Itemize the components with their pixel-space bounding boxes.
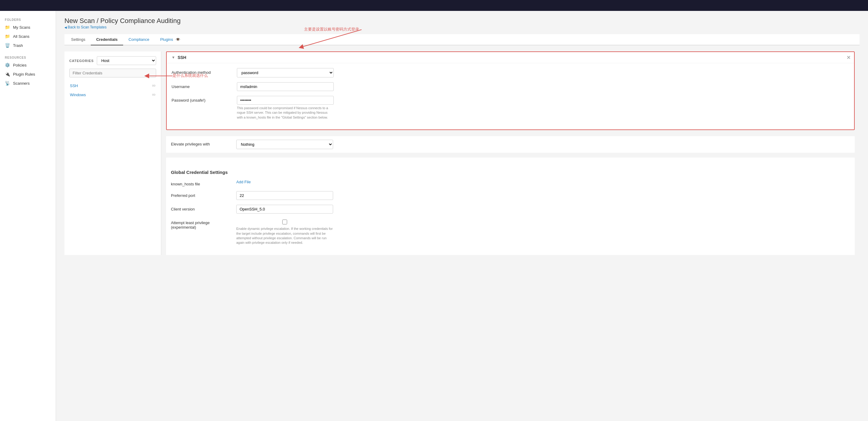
- ssh-body: Authentication method password public ke…: [167, 63, 854, 129]
- sidebar-item-label: Scanners: [13, 81, 30, 86]
- scanner-icon: 📡: [5, 81, 10, 86]
- ssh-box: ▼ SSH ✕ Authentication method password: [166, 52, 855, 130]
- filter-credentials-input[interactable]: [69, 69, 156, 77]
- client-version-input[interactable]: [236, 205, 333, 214]
- least-privilege-row: Attempt least privilege (experimental) E…: [171, 218, 850, 245]
- preferred-port-row: Preferred port: [171, 191, 850, 200]
- folder-icon: 📁: [5, 25, 10, 30]
- auth-method-row: Authentication method password public ke…: [172, 68, 849, 77]
- windows-count: ∞: [152, 92, 156, 97]
- auth-method-select[interactable]: password public key certificate Kerberos…: [237, 68, 334, 77]
- client-version-label: Client version: [171, 205, 231, 212]
- known-hosts-row: known_hosts file Add File: [171, 180, 850, 186]
- password-row: Password (unsafe!) This password could b…: [172, 96, 849, 120]
- categories-select[interactable]: Host: [97, 56, 156, 65]
- least-privilege-label: Attempt least privilege (experimental): [171, 218, 231, 230]
- tab-compliance[interactable]: Compliance: [123, 34, 155, 45]
- known-hosts-label: known_hosts file: [171, 180, 231, 186]
- ssh-link[interactable]: SSH: [70, 84, 78, 88]
- known-hosts-control: Add File: [236, 180, 333, 184]
- trash-icon: 🗑️: [5, 43, 10, 48]
- username-control: [237, 82, 334, 91]
- preferred-port-input[interactable]: [236, 191, 333, 200]
- password-hint: This password could be compromised if Ne…: [237, 106, 334, 120]
- close-icon[interactable]: ✕: [846, 55, 850, 61]
- add-file-link[interactable]: Add File: [236, 180, 251, 184]
- auth-method-label: Authentication method: [172, 68, 232, 75]
- folder-icon: 📁: [5, 34, 10, 39]
- sidebar-item-plugin-rules[interactable]: 🔌 Plugin Rules: [0, 70, 56, 78]
- categories-row: CATEGORIES Host: [69, 56, 156, 65]
- least-privilege-checkbox[interactable]: [236, 220, 333, 224]
- sidebar-item-policies[interactable]: ⚙️ Policies: [0, 61, 56, 70]
- sidebar: FOLDERS 📁 My Scans 📁 All Scans 🗑️ Trash …: [0, 11, 56, 421]
- tab-bar: Settings Credentials Compliance Plugins …: [64, 34, 860, 45]
- gear-icon: ⚙️: [5, 63, 10, 67]
- username-input[interactable]: [237, 82, 334, 91]
- sidebar-item-trash[interactable]: 🗑️ Trash: [0, 41, 56, 50]
- right-panel: ▼ SSH ✕ Authentication method password: [161, 52, 860, 255]
- page-title: New Scan / Policy Compliance Auditing: [64, 17, 860, 25]
- least-privilege-hint: Enable dynamic privilege escalation. If …: [236, 227, 333, 245]
- client-version-row: Client version: [171, 205, 850, 214]
- global-settings-title: Global Credential Settings: [171, 170, 850, 175]
- sidebar-item-my-scans[interactable]: 📁 My Scans: [0, 23, 56, 32]
- username-label: Username: [172, 82, 232, 89]
- windows-link[interactable]: Windows: [70, 93, 86, 97]
- elevate-select[interactable]: Nothing su sudo su+sudo dzdo pbrun Check…: [236, 140, 333, 149]
- cred-item-ssh: SSH ∞: [69, 81, 156, 90]
- sidebar-item-scanners[interactable]: 📡 Scanners: [0, 78, 56, 88]
- back-link[interactable]: Back to Scan Templates: [64, 25, 106, 29]
- tab-settings[interactable]: Settings: [66, 34, 91, 45]
- sidebar-item-label: Plugin Rules: [13, 72, 35, 76]
- auth-method-control: password public key certificate Kerberos…: [237, 68, 334, 77]
- preferred-port-label: Preferred port: [171, 191, 231, 198]
- elevate-control: Nothing su sudo su+sudo dzdo pbrun Check…: [236, 140, 333, 149]
- ssh-count: ∞: [152, 83, 156, 88]
- tab-plugins[interactable]: Plugins 👁️: [155, 34, 185, 45]
- password-input[interactable]: [237, 96, 334, 105]
- two-col-layout: CATEGORIES Host SSH ∞ Windows ∞: [64, 52, 860, 255]
- ssh-header: ▼ SSH ✕: [167, 52, 854, 63]
- password-control: This password could be compromised if Ne…: [237, 96, 334, 120]
- categories-label: CATEGORIES: [69, 59, 94, 63]
- plugin-icon: 🔌: [5, 72, 10, 76]
- tab-plugins-label: Plugins: [160, 37, 173, 42]
- sidebar-item-label: All Scans: [13, 34, 29, 39]
- page-header: New Scan / Policy Compliance Auditing Ba…: [64, 17, 860, 29]
- tab-credentials[interactable]: Credentials: [91, 34, 123, 45]
- folders-label: FOLDERS: [0, 16, 56, 23]
- left-panel: CATEGORIES Host SSH ∞ Windows ∞: [64, 52, 161, 255]
- sidebar-item-label: Trash: [13, 43, 23, 48]
- ssh-title: SSH: [178, 55, 186, 60]
- top-bar: [0, 0, 868, 11]
- content-area: New Scan / Policy Compliance Auditing Ba…: [56, 11, 868, 421]
- elevate-row: Elevate privileges with Nothing su sudo …: [166, 136, 855, 153]
- global-settings-section: Global Credential Settings known_hosts f…: [166, 158, 855, 255]
- collapse-icon[interactable]: ▼: [172, 55, 175, 60]
- eye-icon: 👁️: [176, 37, 180, 42]
- sidebar-item-label: Policies: [13, 63, 27, 67]
- client-version-control: [236, 205, 333, 214]
- username-row: Username: [172, 82, 849, 91]
- resources-label: RESOURCES: [0, 54, 56, 61]
- cred-item-windows: Windows ∞: [69, 90, 156, 99]
- sidebar-item-label: My Scans: [13, 25, 30, 30]
- sidebar-item-all-scans[interactable]: 📁 All Scans: [0, 32, 56, 41]
- password-label: Password (unsafe!): [172, 96, 232, 102]
- preferred-port-control: [236, 191, 333, 200]
- elevate-label: Elevate privileges with: [171, 140, 231, 147]
- least-privilege-control: Enable dynamic privilege escalation. If …: [236, 218, 333, 245]
